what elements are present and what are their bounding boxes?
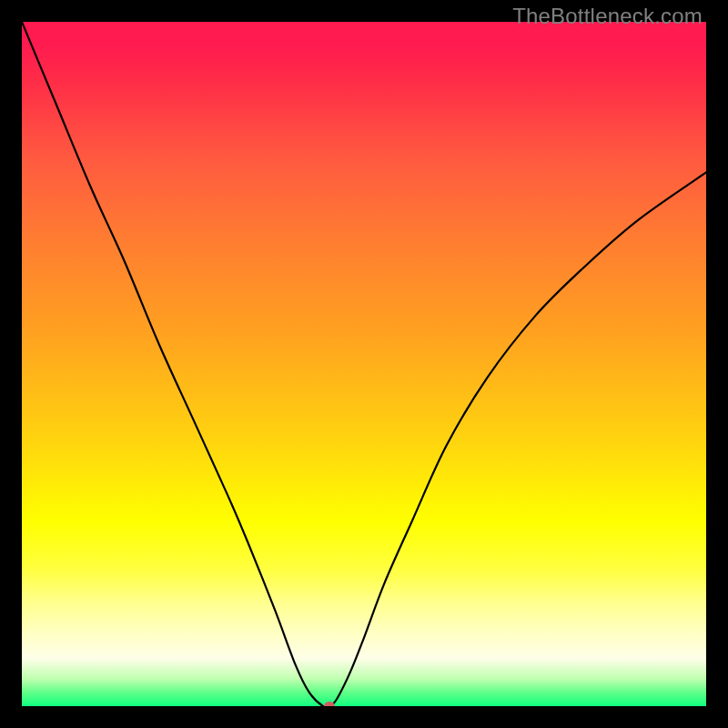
watermark-text: TheBottleneck.com [512, 4, 703, 29]
chart-container: TheBottleneck.com [0, 0, 728, 728]
bottleneck-curve [22, 22, 706, 706]
minimum-marker-icon [324, 702, 335, 706]
curve-svg [22, 22, 706, 706]
plot-area [22, 22, 706, 706]
